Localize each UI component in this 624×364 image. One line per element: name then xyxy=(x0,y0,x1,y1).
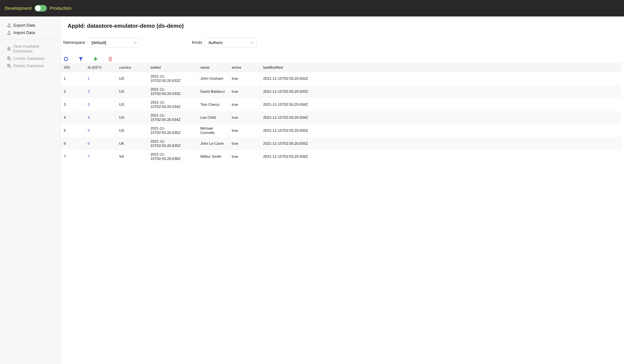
col-header-lastmodified[interactable]: lastModified xyxy=(260,63,622,72)
delete-button[interactable] xyxy=(107,56,113,62)
cell-country: US xyxy=(116,72,147,85)
filter-icon xyxy=(78,56,83,61)
cell-added: 2021-11-15T02:55:20.634Z xyxy=(147,111,197,124)
cell-country: UK xyxy=(116,137,147,150)
cell-added: 2021-11-15T02:55:20.633Z xyxy=(147,85,197,98)
plus-icon xyxy=(93,56,98,61)
cell-active: true xyxy=(229,124,260,137)
cell-id[interactable]: 3 xyxy=(84,98,116,111)
namespace-select[interactable]: [default] xyxy=(88,37,140,48)
cell-active: true xyxy=(229,137,260,150)
cell-name: Lee Child xyxy=(197,111,229,124)
cell-country: US xyxy=(116,85,147,98)
database-delete-icon xyxy=(7,64,11,68)
cell-id[interactable]: 5 xyxy=(84,124,116,137)
sidebar-divider xyxy=(4,39,56,40)
table-row[interactable]: 77SA2021-11-15T02:55:20.636ZWilbur Smith… xyxy=(61,150,622,163)
sidebar-item-label: Create Database xyxy=(13,56,45,61)
table-row[interactable]: 44US2021-11-15T02:55:20.634ZLee Childtru… xyxy=(61,111,622,124)
cell-sn: 4 xyxy=(61,111,84,124)
col-header-name[interactable]: name xyxy=(197,63,229,72)
cell-country: SA xyxy=(116,150,147,163)
cell-active: true xyxy=(229,150,260,163)
trash-icon xyxy=(108,56,112,61)
sidebar-export-data[interactable]: Export Data xyxy=(4,22,56,29)
query-controls: Namespace [default] Kinds Authors xyxy=(61,37,622,48)
database-icon xyxy=(7,47,11,51)
cell-active: true xyxy=(229,98,260,111)
cell-sn: 3 xyxy=(61,98,84,111)
svg-point-3 xyxy=(7,64,10,65)
cell-lastmodified: 2021-11-15T02:55:20.634Z xyxy=(260,98,622,111)
namespace-label: Namespace xyxy=(63,40,85,45)
cell-name: John Le Carre xyxy=(197,137,229,150)
cell-id[interactable]: 4 xyxy=(84,111,116,124)
sidebar: Export Data Import Data View Available D… xyxy=(0,16,61,364)
env-toggle[interactable] xyxy=(35,5,47,11)
cell-sn: 1 xyxy=(61,72,84,85)
svg-point-1 xyxy=(7,56,10,58)
cell-lastmodified: 2021-11-15T02:55:20.635Z xyxy=(260,124,622,137)
add-button[interactable] xyxy=(93,56,98,62)
cell-id[interactable]: 6 xyxy=(84,137,116,150)
kinds-select[interactable]: Authors xyxy=(205,37,257,48)
page-title: AppId: datastore-emulator-demo (ds-demo) xyxy=(61,23,622,29)
table-header-row: S/N Id (KEY) country added name active l… xyxy=(61,63,622,72)
cell-name: John Grisham xyxy=(197,72,229,85)
sidebar-create-database: Create Database xyxy=(4,55,56,62)
sidebar-item-label: Export Data xyxy=(13,23,35,28)
col-header-added[interactable]: added xyxy=(147,63,197,72)
env-label-development: Development xyxy=(5,6,32,11)
table-toolbar xyxy=(61,56,622,62)
cell-name: Wilbur Smith xyxy=(197,150,229,163)
cell-sn: 6 xyxy=(61,137,84,150)
filter-button[interactable] xyxy=(78,56,84,62)
cell-name: David Baldacci xyxy=(197,85,229,98)
table-row[interactable]: 55US2021-11-15T02:55:20.635ZMichael Conn… xyxy=(61,124,622,137)
col-header-id[interactable]: Id (KEY) xyxy=(84,63,116,72)
cell-id[interactable]: 7 xyxy=(84,150,116,163)
refresh-icon xyxy=(63,56,69,61)
sidebar-item-label: View Available Databases xyxy=(13,44,53,53)
col-header-active[interactable]: active xyxy=(229,63,260,72)
cell-sn: 5 xyxy=(61,124,84,137)
cell-name: Tom Clancy xyxy=(197,98,229,111)
database-plus-icon xyxy=(7,56,11,61)
sidebar-item-label: Import Data xyxy=(13,30,35,35)
namespace-select-wrap: [default] xyxy=(88,37,140,48)
cell-id[interactable]: 2 xyxy=(84,85,116,98)
cell-lastmodified: 2021-11-15T02:55:20.633Z xyxy=(260,85,622,98)
cell-name: Michael Connelly xyxy=(197,124,229,137)
cell-lastmodified: 2021-11-15T02:55:20.636Z xyxy=(260,150,622,163)
toggle-handle xyxy=(35,5,41,11)
main-content: AppId: datastore-emulator-demo (ds-demo)… xyxy=(61,16,624,364)
cell-added: 2021-11-15T02:55:20.635Z xyxy=(147,137,197,150)
cell-sn: 7 xyxy=(61,150,84,163)
cell-lastmodified: 2021-11-15T02:55:20.635Z xyxy=(260,137,622,150)
cell-added: 2021-11-15T02:55:20.634Z xyxy=(147,98,197,111)
sidebar-import-data[interactable]: Import Data xyxy=(4,29,56,36)
table-row[interactable]: 66UK2021-11-15T02:55:20.635ZJohn Le Carr… xyxy=(61,137,622,150)
kinds-label: Kinds xyxy=(192,40,202,45)
table-row[interactable]: 11US2021-11-15T02:55:20.632ZJohn Grisham… xyxy=(61,72,622,85)
cell-sn: 2 xyxy=(61,85,84,98)
cell-added: 2021-11-15T02:55:20.635Z xyxy=(147,124,197,137)
cell-country: US xyxy=(116,98,147,111)
cell-id[interactable]: 1 xyxy=(84,72,116,85)
svg-point-0 xyxy=(7,47,10,48)
export-icon xyxy=(7,23,11,27)
sidebar-item-label: Delete Database xyxy=(13,63,44,68)
col-header-sn[interactable]: S/N xyxy=(61,63,84,72)
env-label-production: Production xyxy=(50,6,72,11)
table-row[interactable]: 22US2021-11-15T02:55:20.633ZDavid Baldac… xyxy=(61,85,622,98)
sidebar-delete-database: Delete Database xyxy=(4,62,56,70)
cell-added: 2021-11-15T02:55:20.636Z xyxy=(147,150,197,163)
cell-lastmodified: 2021-11-15T02:55:20.632Z xyxy=(260,72,622,85)
table-row[interactable]: 33US2021-11-15T02:55:20.634ZTom Clancytr… xyxy=(61,98,622,111)
topbar: Development Production xyxy=(0,0,624,16)
cell-country: US xyxy=(116,111,147,124)
refresh-button[interactable] xyxy=(63,56,69,62)
cell-active: true xyxy=(229,85,260,98)
cell-country: US xyxy=(116,124,147,137)
col-header-country[interactable]: country xyxy=(116,63,147,72)
